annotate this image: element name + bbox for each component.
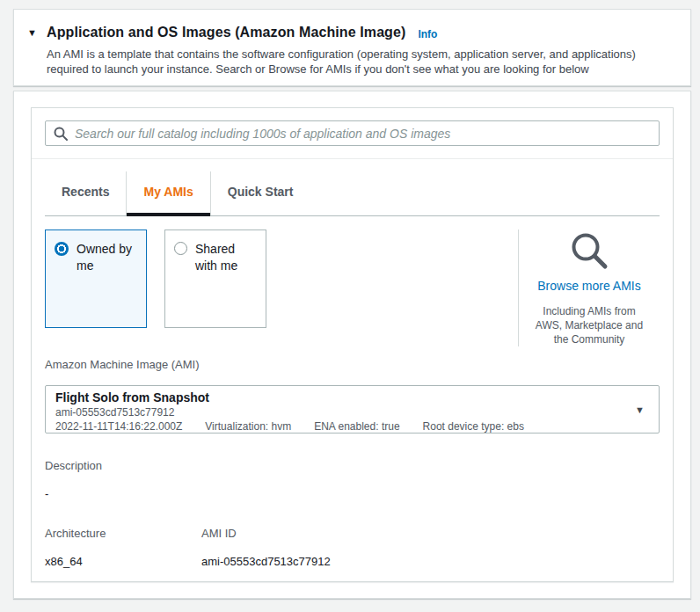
browse-note-line: the Community xyxy=(536,332,643,346)
ami-panel-card: Recents My AMIs Quick Start Owned by me … xyxy=(13,91,691,599)
ami-filter-row: Owned by me Shared with me Browse more A… xyxy=(45,230,660,346)
ami-name: Flight Solo from Snapshot xyxy=(55,390,620,405)
browse-note-line: Including AMIs from xyxy=(536,304,643,318)
tab-quick-start[interactable]: Quick Start xyxy=(210,171,310,215)
architecture-label: Architecture xyxy=(45,527,201,540)
filter-card-owned-by-me[interactable]: Owned by me xyxy=(45,230,147,328)
browse-more-amis-panel: Browse more AMIs Including AMIs from AWS… xyxy=(518,230,660,346)
ami-meta-root-device: Root device type: ebs xyxy=(423,420,524,433)
description-value: - xyxy=(45,487,660,500)
ami-search-region xyxy=(32,108,673,159)
tab-recents[interactable]: Recents xyxy=(45,171,126,215)
ami-search-box[interactable] xyxy=(45,120,660,146)
search-icon xyxy=(54,127,68,141)
select-caret-down-icon[interactable]: ▼ xyxy=(635,404,645,415)
section-title: Application and OS Images (Amazon Machin… xyxy=(47,25,405,40)
description-detail: Description - xyxy=(45,459,660,500)
section-description: An AMI is a template that contains the s… xyxy=(47,47,673,76)
ami-panel-inner-container: Recents My AMIs Quick Start Owned by me … xyxy=(31,107,674,582)
ami-id-label: AMI ID xyxy=(201,527,331,540)
info-link[interactable]: Info xyxy=(418,28,437,40)
ami-meta-ena: ENA enabled: true xyxy=(314,420,399,433)
architecture-value: x86_64 xyxy=(45,555,201,568)
ami-meta-timestamp: 2022-11-11T14:16:22.000Z xyxy=(55,420,182,433)
browse-search-icon xyxy=(569,230,609,271)
browse-more-amis-note: Including AMIs from AWS, Marketplace and… xyxy=(536,304,643,346)
browse-note-line: AWS, Marketplace and xyxy=(536,318,643,332)
section-title-row: ▼ Application and OS Images (Amazon Mach… xyxy=(27,25,673,40)
ami-source-tabs: Recents My AMIs Quick Start xyxy=(45,171,660,216)
section-collapse-triangle-icon[interactable]: ▼ xyxy=(27,28,47,38)
ami-id-detail: AMI ID ami-05553cd7513c77912 xyxy=(201,527,331,568)
filter-card-shared-with-me[interactable]: Shared with me xyxy=(164,230,266,328)
browse-more-amis-link[interactable]: Browse more AMIs xyxy=(537,279,640,293)
details-row: Architecture x86_64 AMI ID ami-05553cd75… xyxy=(45,527,660,568)
ami-meta-virtualization: Virtualization: hvm xyxy=(205,420,291,433)
tab-my-amis[interactable]: My AMIs xyxy=(126,171,209,215)
filter-label-owned-by-me: Owned by me xyxy=(77,241,137,274)
filter-label-shared-with-me: Shared with me xyxy=(195,241,257,274)
radio-unselected-icon[interactable] xyxy=(174,242,187,255)
ami-select-dropdown[interactable]: Flight Solo from Snapshot ami-05553cd751… xyxy=(45,385,660,434)
architecture-detail: Architecture x86_64 xyxy=(45,527,201,568)
ami-meta-row: 2022-11-11T14:16:22.000Z Virtualization:… xyxy=(55,420,620,433)
ami-panel-content: Recents My AMIs Quick Start Owned by me … xyxy=(32,171,673,568)
ami-id-value: ami-05553cd7513c77912 xyxy=(201,555,331,568)
ami-id: ami-05553cd7513c77912 xyxy=(55,406,620,419)
ami-select-label: Amazon Machine Image (AMI) xyxy=(45,358,660,371)
radio-selected-icon[interactable] xyxy=(55,242,69,256)
ami-section-header-card: ▼ Application and OS Images (Amazon Mach… xyxy=(13,9,691,86)
description-label: Description xyxy=(45,459,660,472)
ami-search-input[interactable] xyxy=(75,127,651,141)
